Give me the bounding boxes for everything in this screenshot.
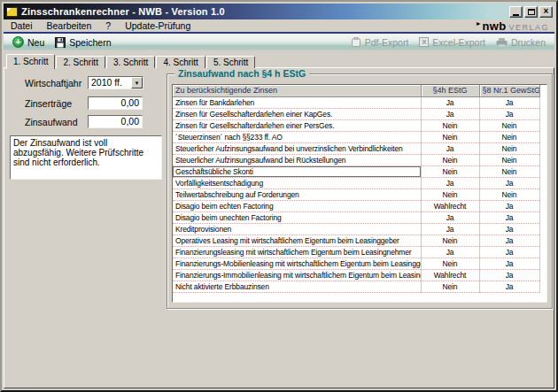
row-value-cell[interactable]: Ja bbox=[421, 211, 479, 223]
window-controls: × bbox=[509, 6, 553, 18]
row-value-cell[interactable]: Ja bbox=[479, 269, 539, 281]
table-row[interactable]: Operatives Leasing mit wirtschaftlichem … bbox=[173, 234, 539, 246]
row-value-cell[interactable]: Nein bbox=[479, 154, 539, 165]
minimize-button[interactable] bbox=[509, 6, 523, 18]
row-value-cell[interactable]: Nein bbox=[479, 119, 539, 131]
row-value-cell[interactable]: Nein bbox=[421, 234, 479, 246]
table-row[interactable]: Zinsen für Gesellschafterdarlehen einer … bbox=[173, 108, 539, 119]
row-value-cell[interactable]: Wahlrecht bbox=[421, 269, 479, 281]
row-label-cell[interactable]: Vorfälligkeitsentschädigung bbox=[173, 177, 421, 188]
row-value-cell[interactable]: Nein bbox=[479, 142, 539, 154]
chevron-down-icon[interactable]: ▼ bbox=[131, 77, 143, 88]
row-value-cell[interactable]: Ja bbox=[479, 281, 539, 292]
tab-schritt-1[interactable]: 1. Schritt bbox=[6, 54, 55, 69]
table-row[interactable]: Nicht aktivierte ErbbauzinsenNeinJa bbox=[173, 281, 539, 292]
row-value-cell[interactable]: Nein bbox=[421, 257, 479, 269]
row-label-cell[interactable]: Finanzierungs-Mobilienleasing mit wirtsc… bbox=[173, 257, 421, 269]
row-value-cell[interactable]: Nein bbox=[421, 188, 479, 200]
row-value-cell[interactable]: Nein bbox=[479, 188, 539, 200]
row-value-cell[interactable]: Ja bbox=[479, 177, 539, 188]
table-row[interactable]: Zinsen für Gesellschafterdarlehen einer … bbox=[173, 119, 539, 131]
zinsaufwand-field[interactable]: 0,00 bbox=[88, 115, 143, 128]
title-bar: Zinsschrankenrechner - NWB - Version 1.0… bbox=[4, 4, 554, 19]
row-value-cell[interactable]: Ja bbox=[479, 211, 539, 223]
row-label-cell[interactable]: Steuerlicher Aufzinsungsaufwand bei unve… bbox=[173, 142, 421, 154]
row-value-cell[interactable]: Nein bbox=[479, 131, 539, 142]
table-row[interactable]: Disagio beim unechten FactoringJaJa bbox=[173, 211, 539, 223]
table-row[interactable]: Disagio beim echten FactoringWahlrechtJa bbox=[173, 200, 539, 211]
row-value-cell[interactable]: Ja bbox=[421, 108, 479, 119]
row-value-cell[interactable]: Ja bbox=[479, 234, 539, 246]
table-row[interactable]: Zinsen für BankdarlehenJaJa bbox=[173, 96, 539, 108]
row-value-cell[interactable]: Nein bbox=[421, 119, 479, 131]
menu-update-pruefung[interactable]: Update-Prüfung bbox=[118, 19, 198, 32]
row-value-cell[interactable]: Nein bbox=[421, 165, 479, 177]
row-label-cell[interactable]: Zinsen für Gesellschafterdarlehen einer … bbox=[173, 108, 421, 119]
table-row[interactable]: Finanzierungsleasing mit wirtschaftliche… bbox=[173, 246, 539, 257]
row-label-cell[interactable]: Finanzierungsleasing mit wirtschaftliche… bbox=[173, 246, 421, 257]
menu-hilfe[interactable]: ? bbox=[98, 19, 118, 32]
menu-datei[interactable]: Datei bbox=[4, 19, 40, 32]
excel-export-button[interactable]: X Excel-Export bbox=[414, 35, 491, 50]
maximize-button[interactable] bbox=[524, 6, 538, 18]
row-label-cell[interactable]: Disagio beim echten Factoring bbox=[173, 200, 421, 211]
tab-schritt-4[interactable]: 4. Schritt bbox=[156, 56, 205, 68]
row-value-cell[interactable]: Nein bbox=[421, 131, 479, 142]
row-value-cell[interactable]: Ja bbox=[421, 223, 479, 234]
row-label-cell[interactable]: Nicht aktivierte Erbbauzinsen bbox=[173, 281, 421, 292]
table-row[interactable]: KreditprovisionenJaJa bbox=[173, 223, 539, 234]
row-label-cell[interactable]: Disagio beim unechten Factoring bbox=[173, 211, 421, 223]
tab-page-schritt-1: Wirtschaftjahr 2010 ff. ▼ Zinserträge 0,… bbox=[4, 67, 554, 388]
tab-schritt-2[interactable]: 2. Schritt bbox=[56, 56, 105, 68]
tab-schritt-3[interactable]: 3. Schritt bbox=[106, 56, 155, 68]
table-row[interactable]: Finanzierungs-Immobilienleasing mit wirt… bbox=[173, 269, 539, 281]
result-info-text: Der Zinsaufwand ist voll abzugsfähig. We… bbox=[10, 135, 162, 180]
row-label-cell[interactable]: Kreditprovisionen bbox=[173, 223, 421, 234]
close-button[interactable]: × bbox=[539, 6, 553, 18]
row-value-cell[interactable]: Ja bbox=[479, 108, 539, 119]
row-value-cell[interactable]: Ja bbox=[479, 246, 539, 257]
menu-bearbeiten[interactable]: Bearbeiten bbox=[40, 19, 99, 32]
new-button[interactable]: + Neu bbox=[7, 35, 50, 50]
row-label-cell[interactable]: ´Steuerzinsen´ nach §§233 ff. AO bbox=[173, 131, 421, 142]
row-value-cell[interactable]: Ja bbox=[421, 177, 479, 188]
zinsaufwand-groupbox: Zinsaufwand nach §4 h EStG Zu berücksich… bbox=[167, 73, 553, 309]
row-value-cell[interactable]: Ja bbox=[479, 223, 539, 234]
row-label-cell[interactable]: Operatives Leasing mit wirtschaftlichem … bbox=[173, 234, 421, 246]
row-value-cell[interactable]: Ja bbox=[421, 96, 479, 108]
row-value-cell[interactable]: Nein bbox=[421, 154, 479, 165]
excel-icon: X bbox=[419, 37, 429, 47]
row-value-cell[interactable]: Ja bbox=[479, 200, 539, 211]
row-value-cell[interactable]: Wahlrecht bbox=[421, 200, 479, 211]
row-value-cell[interactable]: Ja bbox=[421, 142, 479, 154]
row-value-cell[interactable]: Ja bbox=[421, 246, 479, 257]
table-row[interactable]: ´Steuerzinsen´ nach §§233 ff. AONeinNein bbox=[173, 131, 539, 142]
wirtschaftjahr-select[interactable]: 2010 ff. ▼ bbox=[88, 76, 143, 89]
row-value-cell[interactable]: Nein bbox=[421, 281, 479, 292]
save-floppy-icon bbox=[55, 37, 66, 48]
row-label-cell[interactable]: Teilwertabschreibung auf Forderungen bbox=[173, 188, 421, 200]
pdf-export-button[interactable]: Pdf-Export bbox=[345, 35, 415, 50]
table-row[interactable]: Geschäftsübliche SkontiNeinNein bbox=[173, 165, 539, 177]
zinsertraege-field[interactable]: 0,00 bbox=[88, 96, 143, 110]
table-row[interactable]: Steuerlicher Aufzinsungsaufwand bei Rück… bbox=[173, 154, 539, 165]
row-label-cell[interactable]: Steuerlicher Aufzinsungsaufwand bei Rück… bbox=[173, 154, 421, 165]
tab-schritt-5[interactable]: 5. Schritt bbox=[206, 56, 255, 68]
brand-suffix: VERLAG bbox=[508, 23, 549, 32]
header-zinsen: Zu berücksichtigende Zinsen bbox=[173, 85, 421, 96]
table-row[interactable]: VorfälligkeitsentschädigungJaJa bbox=[173, 177, 539, 188]
zinsen-table-container: Zu berücksichtigende Zinsen §4h EStG §8 … bbox=[172, 84, 547, 303]
print-button[interactable]: Drucken bbox=[491, 35, 551, 50]
table-row[interactable]: Teilwertabschreibung auf ForderungenNein… bbox=[173, 188, 539, 200]
toolbar: + Neu Speichern Pdf-Export X Exce bbox=[4, 34, 554, 50]
table-row[interactable]: Steuerlicher Aufzinsungsaufwand bei unve… bbox=[173, 142, 539, 154]
row-value-cell[interactable]: Ja bbox=[479, 257, 539, 269]
save-button[interactable]: Speichern bbox=[50, 35, 116, 50]
row-label-cell[interactable]: Zinsen für Bankdarlehen bbox=[173, 96, 421, 108]
row-value-cell[interactable]: Ja bbox=[479, 96, 539, 108]
table-row[interactable]: Finanzierungs-Mobilienleasing mit wirtsc… bbox=[173, 257, 539, 269]
row-label-cell[interactable]: Geschäftsübliche Skonti bbox=[173, 165, 421, 177]
row-value-cell[interactable]: Nein bbox=[479, 165, 539, 177]
row-label-cell[interactable]: Zinsen für Gesellschafterdarlehen einer … bbox=[173, 119, 421, 131]
row-label-cell[interactable]: Finanzierungs-Immobilienleasing mit wirt… bbox=[173, 269, 421, 281]
